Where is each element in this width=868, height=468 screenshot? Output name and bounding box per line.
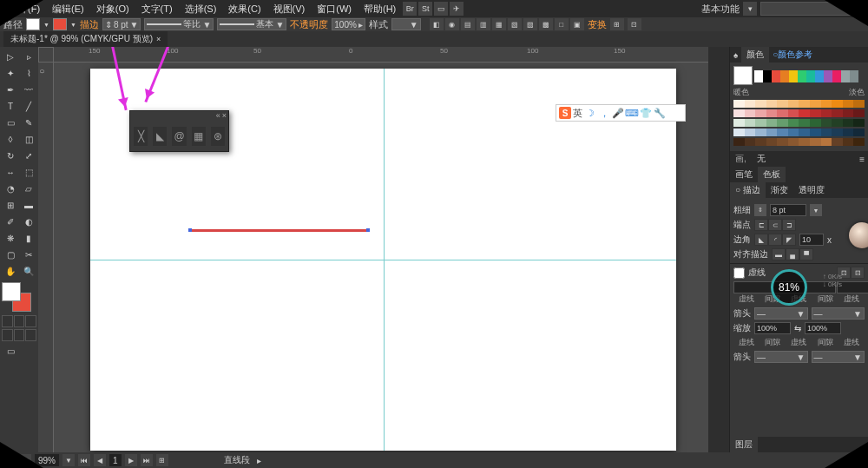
weight-input[interactable]: [770, 204, 806, 216]
none-mode-icon[interactable]: [25, 315, 36, 327]
workspace-label[interactable]: 基本功能: [701, 3, 740, 16]
spectrum-cell[interactable]: [810, 129, 821, 136]
artboard-prev2-icon[interactable]: ⏮: [78, 454, 90, 466]
menu-window[interactable]: 窗口(W): [312, 1, 357, 17]
align-middle-icon[interactable]: ▨: [523, 18, 537, 30]
swatch-cell[interactable]: [789, 70, 798, 82]
free-transform-tool[interactable]: ⬚: [20, 164, 37, 180]
stroke-dropdown-icon[interactable]: ▼: [70, 22, 76, 28]
transform-label[interactable]: 变换: [588, 18, 607, 31]
gradient-tab[interactable]: 渐变: [766, 182, 793, 198]
zoom-tool[interactable]: 🔍: [20, 263, 37, 279]
menu-help[interactable]: 帮助(H): [358, 1, 401, 17]
swatch-cell[interactable]: [772, 70, 780, 82]
scale-start-input[interactable]: [754, 322, 791, 334]
arrange-icon[interactable]: ▭: [434, 2, 448, 16]
menu-edit[interactable]: 编辑(E): [47, 1, 89, 17]
type-tool[interactable]: T: [2, 98, 19, 114]
ruler-vertical[interactable]: 0: [38, 63, 54, 452]
shape-mode-icon[interactable]: □: [555, 18, 569, 30]
swatch-cell[interactable]: [798, 70, 806, 82]
spectrum-cell[interactable]: [745, 109, 756, 117]
color-mode-icon[interactable]: [2, 315, 13, 327]
spectrum-cell[interactable]: [766, 119, 778, 127]
ime-skin-icon[interactable]: 👕: [640, 107, 652, 119]
gradient-tool[interactable]: ▬: [20, 197, 37, 213]
spectrum-cell[interactable]: [799, 119, 810, 127]
width-profile-dropdown[interactable]: 等比▼: [144, 18, 214, 30]
color-tab[interactable]: 颜色: [741, 47, 769, 63]
spectrum-cell[interactable]: [853, 129, 865, 136]
spectrum-cell[interactable]: [777, 119, 788, 127]
stock-icon[interactable]: St: [418, 2, 432, 16]
spectrum-cell[interactable]: [755, 129, 766, 136]
swatch-cell[interactable]: [780, 70, 789, 82]
dash-checkbox[interactable]: [733, 267, 745, 279]
spectrum-cell[interactable]: [821, 119, 832, 127]
profile-end-dropdown[interactable]: —▼: [812, 351, 865, 363]
spectrum-cell[interactable]: [843, 119, 854, 127]
spectrum-cell[interactable]: [799, 129, 810, 136]
spectrum-cell[interactable]: [832, 129, 843, 136]
fill-color[interactable]: [2, 282, 21, 301]
spectrum-cell[interactable]: [788, 119, 799, 127]
spectrum-cell[interactable]: [745, 129, 756, 136]
screen-mode-icon[interactable]: ▭: [2, 343, 19, 359]
cap-butt-icon[interactable]: ⊏: [754, 219, 768, 231]
slice-tool[interactable]: ✂: [20, 247, 37, 262]
zoom-dropdown-icon[interactable]: ▼: [62, 454, 75, 466]
spectrum-cell[interactable]: [777, 109, 788, 117]
close-tab-icon[interactable]: ×: [156, 35, 161, 43]
spectrum-cell[interactable]: [777, 138, 788, 146]
brush-spiral-icon[interactable]: @: [172, 127, 186, 146]
ime-tool-icon[interactable]: 🔧: [654, 107, 666, 119]
menu-type[interactable]: 文字(T): [136, 1, 178, 17]
spectrum-cell[interactable]: [821, 138, 832, 146]
spectrum-cell[interactable]: [755, 100, 766, 108]
stroke-swatch[interactable]: [53, 18, 67, 30]
rectangle-tool[interactable]: ▭: [2, 115, 19, 130]
spectrum-cell[interactable]: [745, 119, 756, 127]
spectrum-cell[interactable]: [777, 129, 788, 136]
spectrum-cell[interactable]: [733, 100, 745, 108]
selection-tool[interactable]: ▷: [2, 49, 19, 64]
spectrum-cell[interactable]: [766, 138, 778, 146]
eyedropper-tool[interactable]: ✐: [2, 214, 19, 229]
align-right-icon[interactable]: ▦: [492, 18, 506, 30]
spectrum-cell[interactable]: [788, 138, 799, 146]
symbol-sprayer-tool[interactable]: ❋: [2, 230, 19, 246]
spectrum-cell[interactable]: [821, 109, 832, 117]
swatch-cell[interactable]: [841, 70, 850, 82]
paintbrush-tool[interactable]: ✎: [20, 115, 37, 130]
spectrum-cell[interactable]: [853, 119, 865, 127]
style-dropdown[interactable]: ▼: [391, 18, 421, 30]
layers-tab[interactable]: 图层: [730, 437, 758, 452]
spectrum-cell[interactable]: [766, 129, 778, 136]
panel-dock-strip[interactable]: [708, 47, 729, 452]
transparency-tab[interactable]: 透明度: [793, 182, 830, 198]
hand-tool[interactable]: ✋: [2, 263, 19, 279]
swatch-cell[interactable]: [832, 70, 841, 82]
corner-miter-icon[interactable]: ◣: [754, 234, 768, 246]
spade-icon[interactable]: ♠: [730, 50, 741, 60]
stroke-tab[interactable]: ○ 描边: [730, 182, 766, 198]
ime-punct-icon[interactable]: ，: [598, 107, 610, 119]
ime-moon-icon[interactable]: ☽: [584, 107, 596, 119]
width-tool[interactable]: ↔: [2, 164, 19, 180]
transform-panel-icon[interactable]: ⊞: [610, 18, 624, 30]
opacity-label[interactable]: 不透明度: [290, 18, 328, 31]
spectrum-cell[interactable]: [810, 119, 821, 127]
brush-grid-icon[interactable]: ▦: [192, 127, 206, 146]
gradient-mode-icon[interactable]: [14, 315, 25, 327]
palette-tab[interactable]: 色板: [758, 167, 786, 182]
status-dropdown-icon[interactable]: ▸: [257, 456, 261, 465]
corner-round-icon[interactable]: ◜: [768, 234, 782, 246]
lasso-tool[interactable]: ⌇: [20, 65, 37, 81]
panel-close-icon[interactable]: ×: [222, 111, 227, 123]
menu-effect[interactable]: 效果(C): [223, 1, 266, 17]
arrow-start-dropdown[interactable]: —▼: [754, 307, 808, 320]
align-left-icon[interactable]: ▤: [461, 18, 475, 30]
guide-vertical[interactable]: [384, 69, 385, 451]
send-icon[interactable]: ✈: [450, 2, 464, 16]
stroke-label[interactable]: 描边: [80, 18, 99, 31]
